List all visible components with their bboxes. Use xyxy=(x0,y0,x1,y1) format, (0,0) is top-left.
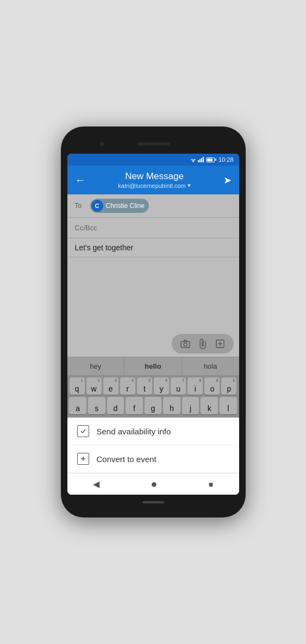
recipient-chip[interactable]: C Christie Cline xyxy=(90,199,149,213)
to-label: To xyxy=(75,202,86,210)
key-l[interactable]: l xyxy=(220,397,237,414)
sheet-item-convert[interactable]: Convert to event xyxy=(67,445,239,473)
add-button[interactable] xyxy=(212,336,228,351)
recipient-name: Christie Cline xyxy=(106,202,145,210)
key-o[interactable]: 9o xyxy=(204,377,220,395)
key-y[interactable]: 6y xyxy=(154,377,169,395)
suggestion-hey[interactable]: hey xyxy=(67,357,125,375)
key-u[interactable]: 7u xyxy=(171,377,186,395)
key-a[interactable]: a xyxy=(69,397,86,414)
header-center: New Message katri@lucernepubintl.com ▾ xyxy=(86,171,223,189)
back-nav-button[interactable]: ◀ xyxy=(93,479,99,489)
status-bar: 10:28 xyxy=(67,154,239,166)
header-title: New Message xyxy=(90,171,219,182)
availability-label: Send availability info xyxy=(97,427,171,436)
key-d[interactable]: d xyxy=(107,397,124,414)
nav-bar: ◀ ● ■ xyxy=(67,473,239,495)
bottom-sheet: Send availability info Convert to event … xyxy=(67,418,239,495)
recents-nav-button[interactable]: ■ xyxy=(209,480,213,489)
battery-icon xyxy=(206,157,215,162)
home-indicator xyxy=(142,501,164,503)
suggestion-hello[interactable]: hello xyxy=(124,357,182,375)
keyboard-row-2: a s d f g h j k l xyxy=(70,397,237,414)
key-k[interactable]: k xyxy=(201,397,218,414)
suggestions-bar: hey hello hola xyxy=(67,357,239,375)
cc-bcc-field[interactable]: Cc/Bcc xyxy=(67,218,239,238)
phone-bottom-bar xyxy=(67,497,239,508)
attachment-button[interactable] xyxy=(195,336,211,351)
key-p[interactable]: 0p xyxy=(221,377,236,395)
phone-screen: 10:28 ← New Message katri@lucernepubintl… xyxy=(67,154,239,495)
key-t[interactable]: 5t xyxy=(137,377,152,395)
toolbar-pill xyxy=(172,334,234,353)
signal-icon xyxy=(198,157,204,162)
compose-area: To C Christie Cline Cc/Bcc Let's get tog… xyxy=(67,194,239,495)
plus-icon xyxy=(77,453,89,465)
suggestion-hola[interactable]: hola xyxy=(182,357,239,375)
sheet-item-availability[interactable]: Send availability info xyxy=(67,418,239,445)
dropdown-icon[interactable]: ▾ xyxy=(188,182,191,189)
camera-dot xyxy=(100,142,104,146)
key-i[interactable]: 8i xyxy=(188,377,203,395)
header-subtitle: katri@lucernepubintl.com ▾ xyxy=(90,182,219,189)
check-icon xyxy=(77,425,89,437)
back-button[interactable]: ← xyxy=(75,174,86,186)
status-icons: 10:28 xyxy=(190,156,234,163)
svg-rect-4 xyxy=(181,342,190,348)
phone-top-bar xyxy=(67,136,239,151)
wifi-icon xyxy=(190,157,196,162)
key-q[interactable]: 1q xyxy=(70,377,85,395)
subject-text: Let's get together xyxy=(75,243,134,252)
key-h[interactable]: h xyxy=(163,397,180,414)
subject-field[interactable]: Let's get together xyxy=(67,238,239,257)
home-nav-button[interactable]: ● xyxy=(151,478,157,490)
keyboard-row-1: 1q 2w 3e 4r 5t 6y 7u 8i 9o 0p xyxy=(70,377,237,395)
key-e[interactable]: 3e xyxy=(103,377,118,395)
key-j[interactable]: j xyxy=(182,397,199,414)
key-f[interactable]: f xyxy=(126,397,143,414)
key-r[interactable]: 4r xyxy=(120,377,135,395)
svg-point-5 xyxy=(184,343,187,346)
body-area[interactable] xyxy=(67,257,239,331)
camera-button[interactable] xyxy=(177,336,193,351)
key-w[interactable]: 2w xyxy=(86,377,102,395)
app-header: ← New Message katri@lucernepubintl.com ▾… xyxy=(67,166,239,194)
status-time: 10:28 xyxy=(218,156,234,163)
speaker-bar xyxy=(137,142,170,146)
phone-frame: 10:28 ← New Message katri@lucernepubintl… xyxy=(61,127,246,517)
svg-point-3 xyxy=(192,161,193,162)
convert-label: Convert to event xyxy=(97,454,157,464)
cc-bcc-label: Cc/Bcc xyxy=(75,224,97,232)
key-g[interactable]: g xyxy=(145,397,162,414)
key-s[interactable]: s xyxy=(88,397,105,414)
keyboard-area: 1q 2w 3e 4r 5t 6y 7u 8i 9o 0p a s d f g xyxy=(67,375,239,418)
recipient-avatar: C xyxy=(91,200,103,212)
to-field[interactable]: To C Christie Cline xyxy=(67,194,239,218)
send-button[interactable]: ➤ xyxy=(223,174,232,186)
attachment-toolbar xyxy=(67,331,239,357)
battery-fill xyxy=(207,159,213,161)
